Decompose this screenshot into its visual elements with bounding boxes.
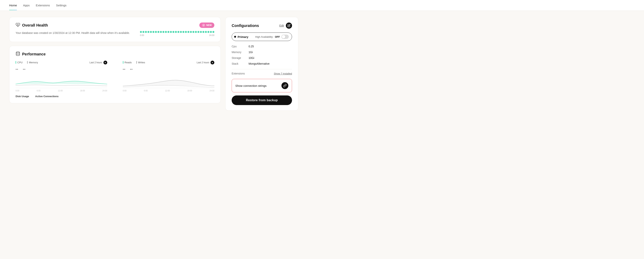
spec-stack: Stack MongoAlternative: [232, 62, 292, 65]
cpu-memory-chart: [16, 74, 107, 89]
performance-card: Performance CPU Memory: [9, 46, 221, 103]
health-title: Overall Health: [22, 23, 48, 28]
left-panel: Overall Health ✓ NEW Your database was c…: [9, 17, 221, 111]
health-dot: [172, 31, 174, 33]
right-chart-times: 0:006:0012:0018:0024:00: [123, 90, 214, 92]
config-header-right: Edit: [279, 23, 292, 29]
right-time-selector[interactable]: Last 2 hours ▼: [197, 61, 214, 65]
nav-extensions[interactable]: Extensions: [36, 1, 50, 10]
reads-writes-values: -- --: [123, 67, 214, 71]
edit-icon-button[interactable]: [286, 23, 292, 29]
spec-cpu: Cpu 0.25: [232, 45, 292, 48]
health-dot: [140, 31, 142, 33]
health-dot: [155, 31, 157, 33]
nav-home[interactable]: Home: [9, 1, 17, 10]
right-time-chevron[interactable]: ▼: [210, 61, 214, 65]
health-dot: [190, 31, 192, 33]
health-dot: [192, 31, 194, 33]
health-dot: [165, 31, 167, 33]
health-dot: [150, 31, 152, 33]
spec-storage-val: 10Gi: [248, 56, 254, 60]
health-dot: [158, 31, 159, 33]
svg-point-0: [16, 52, 20, 53]
connection-strings-icon: [282, 82, 288, 89]
health-dot: [148, 31, 149, 33]
extensions-label: Extensions: [232, 72, 245, 75]
active-connections-label: Active Connections: [35, 95, 58, 98]
toggle-thumb: [282, 35, 285, 39]
metrics-row: CPU Memory Last 2 hours ▼: [16, 61, 214, 92]
left-chart-times: 0:006:0012:0018:0024:00: [16, 90, 107, 92]
health-dot: [170, 31, 172, 33]
config-specs: Cpu 0.25 Memory 1Gi Storage 10Gi Stack M…: [232, 45, 292, 65]
spec-storage: Storage 10Gi: [232, 56, 292, 60]
right-panel: Configurations Edit Primary: [225, 17, 298, 111]
health-dot: [168, 31, 169, 33]
reads-value: --: [123, 67, 126, 71]
nav-apps[interactable]: Apps: [23, 1, 30, 10]
health-dot: [182, 31, 184, 33]
nav-settings[interactable]: Settings: [56, 1, 66, 10]
spec-memory-key: Memory: [232, 51, 247, 54]
navigation: Home Apps Extensions Settings: [0, 0, 644, 11]
ha-toggle[interactable]: [282, 35, 289, 39]
connection-strings-label: Show connection strings: [235, 84, 267, 87]
health-dot: [175, 31, 177, 33]
memory-bar-indicator: [27, 61, 28, 64]
health-dot: [205, 31, 207, 33]
reads-bar-indicator: [123, 61, 124, 64]
spec-storage-key: Storage: [232, 56, 247, 60]
spec-stack-key: Stack: [232, 62, 247, 65]
cpu-value: --: [16, 67, 18, 71]
bottom-metrics: Disk Usage Active Connections: [16, 95, 214, 98]
memory-label: Memory: [27, 61, 38, 64]
cpu-memory-group: CPU Memory Last 2 hours ▼: [16, 61, 107, 92]
heart-icon: [16, 23, 20, 28]
restore-from-backup-button[interactable]: Restore from backup: [232, 95, 292, 105]
spec-memory: Memory 1Gi: [232, 51, 292, 54]
health-card: Overall Health ✓ NEW Your database was c…: [9, 17, 221, 42]
ha-label: High Availability:: [255, 35, 273, 38]
health-dot: [188, 31, 189, 33]
health-dot: [178, 31, 179, 33]
reads-writes-chart: [123, 74, 214, 89]
ha-value: OFF: [275, 35, 280, 38]
badge-check-icon: ✓: [202, 24, 205, 27]
health-bottom: Your database was created on 1/30/2024 a…: [16, 28, 214, 36]
primary-status-dot: [234, 36, 236, 38]
config-title: Configurations: [232, 24, 259, 28]
disk-usage-label: Disk Usage: [16, 95, 29, 98]
show-installed-link[interactable]: Show 7 installed: [274, 72, 292, 75]
primary-label: Primary: [238, 35, 248, 39]
health-dot: [212, 31, 214, 33]
extensions-row: Extensions Show 7 installed: [232, 69, 292, 75]
connection-strings-button[interactable]: Show connection strings: [232, 79, 292, 92]
health-dot: [185, 31, 187, 33]
config-header: Configurations Edit: [232, 23, 292, 29]
cpu-memory-labels: CPU Memory: [16, 61, 38, 64]
database-icon: [16, 51, 20, 57]
reads-writes-labels: Reads Writes: [123, 61, 145, 64]
left-time-chevron[interactable]: ▼: [104, 61, 107, 65]
health-message: Your database was created on 1/30/2024 a…: [16, 31, 134, 35]
health-dots: [140, 31, 214, 33]
primary-row: Primary High Availability: OFF: [232, 33, 292, 41]
primary-left: Primary: [234, 35, 248, 39]
spec-memory-val: 1Gi: [248, 51, 253, 54]
perf-title: Performance: [22, 52, 46, 56]
health-header: Overall Health ✓ NEW: [16, 23, 214, 28]
main-layout: Overall Health ✓ NEW Your database was c…: [0, 11, 308, 117]
cpu-bar-indicator: [16, 61, 16, 64]
memory-value: --: [23, 67, 26, 71]
health-dot: [202, 31, 204, 33]
edit-link[interactable]: Edit: [279, 24, 284, 27]
health-dot: [152, 31, 154, 33]
writes-label: Writes: [136, 61, 145, 64]
health-dot: [198, 31, 199, 33]
primary-right: High Availability: OFF: [255, 35, 289, 39]
left-time-selector[interactable]: Last 2 hours ▼: [90, 61, 107, 65]
cpu-label: CPU: [16, 61, 22, 64]
writes-bar-indicator: [136, 61, 137, 64]
health-dot: [195, 31, 197, 33]
health-time-labels: 0:00 24:00: [140, 34, 214, 36]
